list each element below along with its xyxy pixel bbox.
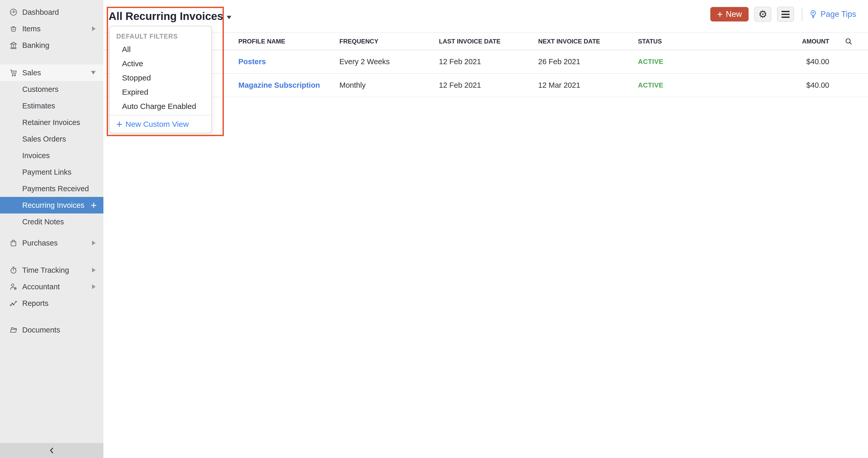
sidebar-item-banking[interactable]: Banking <box>0 37 103 54</box>
amount-cell: $40.00 <box>736 81 829 89</box>
page-title: All Recurring Invoices <box>108 10 223 23</box>
sidebar-item-sales[interactable]: Sales <box>0 64 103 81</box>
menu-button[interactable] <box>777 7 794 22</box>
table-row[interactable]: Magazine Subscription Monthly 12 Feb 202… <box>103 74 868 97</box>
lightbulb-icon <box>809 9 817 19</box>
last-invoice-date-cell: 12 Feb 2021 <box>439 57 538 66</box>
page-tips-button[interactable]: Page Tips <box>809 9 856 19</box>
sidebar-item-credit-notes[interactable]: Credit Notes <box>0 213 103 230</box>
page-tips-label: Page Tips <box>820 9 856 19</box>
status-badge: ACTIVE <box>638 81 736 89</box>
hamburger-icon <box>781 11 790 18</box>
view-dropdown-menu: DEFAULT FILTERS All Active Stopped Expir… <box>109 26 212 133</box>
sidebar-collapse-button[interactable] <box>0 443 103 458</box>
sidebar-item-customers[interactable]: Customers <box>0 81 103 97</box>
chevron-right-icon <box>92 26 96 31</box>
sidebar-item-accountant[interactable]: Accountant <box>0 279 103 295</box>
sidebar: Dashboard Items Banking Sales Customers <box>0 0 103 458</box>
sidebar-item-payment-links[interactable]: Payment Links <box>0 164 103 180</box>
dashboard-icon <box>9 7 18 17</box>
time-tracking-icon <box>9 265 18 275</box>
column-header-amount[interactable]: AMOUNT <box>736 38 829 45</box>
filter-option-active[interactable]: Active <box>110 56 212 70</box>
table-row[interactable]: Posters Every 2 Weeks 12 Feb 2021 26 Feb… <box>103 50 868 74</box>
add-recurring-invoice-icon[interactable]: + <box>91 200 97 210</box>
sidebar-item-label: Items <box>22 25 40 33</box>
sidebar-item-payments-received[interactable]: Payments Received <box>0 180 103 197</box>
reports-icon <box>9 298 18 308</box>
view-selector[interactable]: All Recurring Invoices <box>108 10 231 23</box>
table-search-button[interactable] <box>829 37 868 46</box>
new-button[interactable]: + New <box>710 7 749 22</box>
sidebar-spacer <box>0 230 103 235</box>
next-invoice-date-cell: 12 Mar 2021 <box>538 81 638 89</box>
chevron-right-icon <box>92 284 96 289</box>
sidebar-nav: Dashboard Items Banking Sales Customers <box>0 0 103 443</box>
table-header-row: PROFILE NAME FREQUENCY LAST INVOICE DATE… <box>103 33 868 50</box>
plus-icon: + <box>717 10 723 19</box>
sales-icon <box>9 68 18 77</box>
caret-down-icon <box>227 16 231 19</box>
status-badge: ACTIVE <box>638 58 736 66</box>
filter-option-stopped[interactable]: Stopped <box>110 70 212 85</box>
column-header-profile-name[interactable]: PROFILE NAME <box>238 38 339 45</box>
chevron-right-icon <box>92 241 96 245</box>
column-header-frequency[interactable]: FREQUENCY <box>339 38 439 45</box>
sidebar-item-label: Sales <box>22 68 41 77</box>
topbar-divider <box>802 7 802 21</box>
sidebar-item-sales-orders[interactable]: Sales Orders <box>0 131 103 147</box>
next-invoice-date-cell: 26 Feb 2021 <box>538 57 638 66</box>
filter-option-auto-charge-enabled[interactable]: Auto Charge Enabled <box>110 99 212 113</box>
column-header-next-invoice-date[interactable]: NEXT INVOICE DATE <box>538 38 638 45</box>
search-icon <box>844 37 853 46</box>
accountant-icon <box>9 282 18 291</box>
sidebar-spacer <box>0 251 103 262</box>
topbar: + New ⚙ Page Tips <box>710 7 856 22</box>
sidebar-item-reports[interactable]: Reports <box>0 295 103 312</box>
chevron-right-icon <box>92 268 96 273</box>
filter-option-all[interactable]: All <box>110 42 212 56</box>
banking-icon <box>9 40 18 50</box>
sidebar-item-retainer-invoices[interactable]: Retainer Invoices <box>0 114 103 131</box>
sidebar-spacer <box>0 312 103 322</box>
gear-icon: ⚙ <box>758 9 767 19</box>
filter-option-expired[interactable]: Expired <box>110 85 212 99</box>
sidebar-item-purchases[interactable]: Purchases <box>0 235 103 251</box>
main-content: + New ⚙ Page Tips PROFILE NAME FREQUENCY… <box>103 0 868 458</box>
sidebar-item-documents[interactable]: Documents <box>0 322 103 338</box>
sidebar-item-invoices[interactable]: Invoices <box>0 147 103 164</box>
profile-link[interactable]: Posters <box>238 57 266 66</box>
items-icon <box>9 24 18 33</box>
sidebar-spacer <box>0 54 103 64</box>
sidebar-item-items[interactable]: Items <box>0 21 103 37</box>
sidebar-item-recurring-invoices[interactable]: Recurring Invoices + <box>0 197 103 213</box>
recurring-invoices-table: PROFILE NAME FREQUENCY LAST INVOICE DATE… <box>103 32 868 97</box>
sidebar-item-label: Banking <box>22 41 50 50</box>
frequency-cell: Every 2 Weeks <box>339 57 439 66</box>
sidebar-item-time-tracking[interactable]: Time Tracking <box>0 262 103 279</box>
column-header-status[interactable]: STATUS <box>638 38 736 45</box>
sidebar-item-label: Dashboard <box>22 8 59 17</box>
column-header-last-invoice-date[interactable]: LAST INVOICE DATE <box>439 38 538 45</box>
settings-button[interactable]: ⚙ <box>754 7 771 22</box>
dropdown-section-label: DEFAULT FILTERS <box>110 26 212 42</box>
amount-cell: $40.00 <box>736 57 829 66</box>
profile-link[interactable]: Magazine Subscription <box>238 81 320 89</box>
frequency-cell: Monthly <box>339 81 439 89</box>
new-custom-view-button[interactable]: + New Custom View <box>110 115 212 133</box>
last-invoice-date-cell: 12 Feb 2021 <box>439 81 538 89</box>
chevron-down-icon <box>91 71 96 75</box>
plus-icon: + <box>116 120 122 128</box>
documents-icon <box>9 325 18 335</box>
collapse-left-icon <box>47 446 56 455</box>
purchases-icon <box>9 238 18 248</box>
sidebar-item-estimates[interactable]: Estimates <box>0 97 103 114</box>
sidebar-item-dashboard[interactable]: Dashboard <box>0 4 103 21</box>
